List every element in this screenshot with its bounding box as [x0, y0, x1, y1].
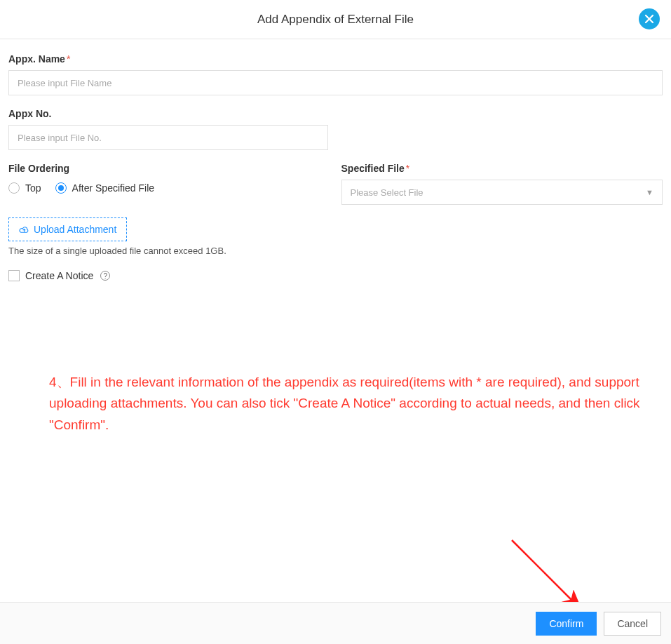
file-ordering-label: File Ordering: [8, 163, 330, 174]
modal-footer: Confirm Cancel: [0, 602, 671, 644]
upload-attachment-button[interactable]: Upload Attachment: [8, 217, 127, 241]
confirm-button[interactable]: Confirm: [536, 612, 597, 636]
close-button[interactable]: [639, 8, 660, 29]
specified-file-label: Specified File*: [341, 163, 663, 174]
specified-file-col: Specified File* Please Select File ▼: [341, 163, 663, 205]
chevron-down-icon: ▼: [646, 188, 653, 196]
svg-line-2: [512, 540, 578, 607]
appx-no-label: Appx No.: [8, 108, 663, 119]
radio-after-specified[interactable]: After Specified File: [55, 182, 155, 194]
upload-button-label: Upload Attachment: [34, 224, 116, 235]
appx-name-input[interactable]: [8, 70, 663, 95]
appx-no-input[interactable]: [8, 125, 328, 150]
upload-section: Upload Attachment The size of a single u…: [8, 217, 663, 256]
required-mark: *: [406, 163, 409, 174]
modal-title: Add Appendix of External File: [257, 13, 414, 27]
close-icon: [644, 14, 654, 24]
radio-top-label: Top: [25, 182, 41, 194]
ordering-row: File Ordering Top After Specified File S…: [8, 163, 663, 205]
appx-name-label: Appx. Name*: [8, 53, 663, 65]
radio-after-label: After Specified File: [72, 182, 155, 194]
file-ordering-col: File Ordering Top After Specified File: [8, 163, 330, 205]
specified-file-placeholder: Please Select File: [351, 187, 423, 198]
create-notice-row: Create A Notice ?: [8, 270, 663, 281]
help-icon[interactable]: ?: [100, 271, 110, 281]
create-notice-checkbox[interactable]: [8, 270, 20, 281]
modal-body: Appx. Name* Appx No. File Ordering Top A…: [0, 39, 671, 281]
create-notice-label: Create A Notice: [25, 270, 93, 281]
cancel-button[interactable]: Cancel: [604, 612, 661, 636]
radio-circle-checked-icon: [55, 182, 67, 194]
appx-name-label-text: Appx. Name: [8, 53, 65, 65]
file-ordering-radiogroup: Top After Specified File: [8, 182, 330, 194]
cloud-upload-icon: [19, 224, 29, 235]
modal-header: Add Appendix of External File: [0, 0, 671, 39]
specified-file-select[interactable]: Please Select File ▼: [341, 180, 663, 205]
specified-file-label-text: Specified File: [341, 163, 405, 174]
annotation-text: 4、Fill in the relevant information of th…: [49, 372, 650, 436]
field-appx-no: Appx No.: [8, 108, 663, 150]
field-appx-name: Appx. Name*: [8, 53, 663, 95]
radio-dot-icon: [58, 185, 64, 191]
required-mark: *: [67, 53, 70, 65]
upload-note: The size of a single uploaded file canno…: [8, 246, 663, 256]
radio-circle-icon: [8, 182, 20, 194]
radio-top[interactable]: Top: [8, 182, 41, 194]
